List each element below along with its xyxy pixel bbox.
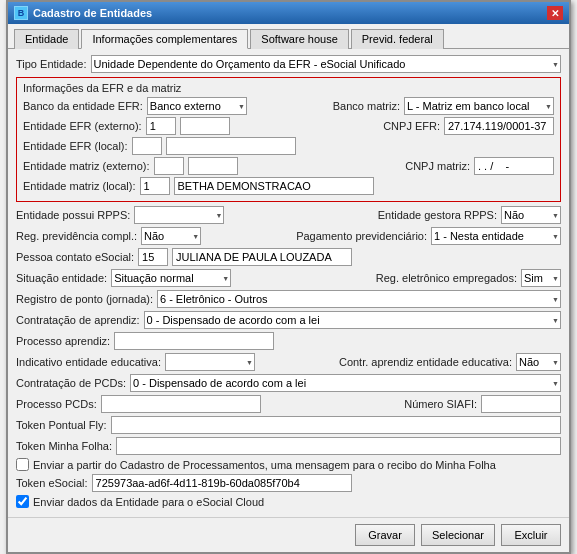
registro-ponto-row: Registro de ponto (jornada): 6 - Eletrôn… xyxy=(16,290,561,308)
banco-matrix-wrapper[interactable]: L - Matriz em banco local xyxy=(404,97,554,115)
tipo-entidade-row: Tipo Entidade: Unidade Dependente do Orç… xyxy=(16,55,561,73)
enviar-cloud-label: Enviar dados da Entidade para o eSocial … xyxy=(33,496,264,508)
token-minha-folha-input[interactable] xyxy=(116,437,561,455)
reg-eletronico-wrapper[interactable]: Sim xyxy=(521,269,561,287)
processo-pcd-row: Processo PCDs: Número SIAFI: xyxy=(16,395,561,413)
entidade-rpps-label: Entidade possui RPPS: xyxy=(16,209,130,221)
entidade-efr-local-label: Entidade EFR (local): xyxy=(23,140,128,152)
token-minha-folha-row: Token Minha Folha: xyxy=(16,437,561,455)
token-pontual-input[interactable] xyxy=(111,416,562,434)
reg-prev-select[interactable]: Não xyxy=(141,227,201,245)
token-esocial-row: Token eSocial: xyxy=(16,474,561,492)
tipo-entidade-label: Tipo Entidade: xyxy=(16,58,87,70)
situacao-select[interactable]: Situação normal xyxy=(111,269,231,287)
enviar-cloud-checkbox[interactable] xyxy=(16,495,29,508)
contr-aprendiz-select[interactable]: Não xyxy=(516,353,561,371)
tab-software-house[interactable]: Software house xyxy=(250,29,348,49)
efr-matrix-ext-row: Entidade matriz (externo): CNPJ matriz: xyxy=(23,157,554,175)
numero-siafi-input[interactable] xyxy=(481,395,561,413)
efr-entidade-row: Entidade EFR (externo): CNPJ EFR: xyxy=(23,117,554,135)
entidade-efr-ext-input2[interactable] xyxy=(180,117,230,135)
bottom-buttons: Gravar Selecionar Excluir xyxy=(8,517,569,552)
banco-efr-wrapper[interactable]: Banco externo xyxy=(147,97,247,115)
reg-eletronico-label: Reg. eletrônico empregados: xyxy=(376,272,517,284)
processo-aprendiz-row: Processo aprendiz: xyxy=(16,332,561,350)
window-title: Cadastro de Entidades xyxy=(33,7,152,19)
entidade-efr-ext-label: Entidade EFR (externo): xyxy=(23,120,142,132)
registro-ponto-wrapper[interactable]: 6 - Eletrônico - Outros xyxy=(157,290,561,308)
tab-previd-federal[interactable]: Previd. federal xyxy=(351,29,444,49)
reg-eletronico-select[interactable]: Sim xyxy=(521,269,561,287)
indicativo-row: Indicativo entidade educativa: Contr. ap… xyxy=(16,353,561,371)
excluir-button[interactable]: Excluir xyxy=(501,524,561,546)
banco-matrix-select[interactable]: L - Matriz em banco local xyxy=(404,97,554,115)
entidade-efr-local-input2[interactable] xyxy=(166,137,296,155)
efr-banco-row: Banco da entidade EFR: Banco externo Ban… xyxy=(23,97,554,115)
registro-ponto-label: Registro de ponto (jornada): xyxy=(16,293,153,305)
contratacao-pcd-row: Contratação de PCDs: 0 - Dispensado de a… xyxy=(16,374,561,392)
app-icon: B xyxy=(14,6,28,20)
main-content: Tipo Entidade: Unidade Dependente do Orç… xyxy=(8,49,569,517)
tab-info-complementares[interactable]: Informações complementares xyxy=(81,29,248,49)
pagamento-prev-label: Pagamento previdenciário: xyxy=(296,230,427,242)
pagamento-prev-select[interactable]: 1 - Nesta entidade xyxy=(431,227,561,245)
cnpj-matrix-label: CNPJ matriz: xyxy=(405,160,470,172)
contratacao-aprendiz-row: Contratação de aprendiz: 0 - Dispensado … xyxy=(16,311,561,329)
main-window: B Cadastro de Entidades ✕ Entidade Infor… xyxy=(6,0,571,554)
tipo-entidade-select[interactable]: Unidade Dependente do Orçamento da EFR -… xyxy=(91,55,561,73)
cnpj-efr-input[interactable] xyxy=(444,117,554,135)
gestora-rpps-wrapper[interactable]: Não xyxy=(501,206,561,224)
banco-matrix-label: Banco matriz: xyxy=(333,100,400,112)
token-pontual-label: Token Pontual Fly: xyxy=(16,419,107,431)
situacao-row: Situação entidade: Situação normal Reg. … xyxy=(16,269,561,287)
entidade-matrix-ext-input2[interactable] xyxy=(188,157,238,175)
contratacao-pcd-wrapper[interactable]: 0 - Dispensado de acordo com a lei xyxy=(130,374,561,392)
cnpj-matrix-input[interactable] xyxy=(474,157,554,175)
efr-local-row: Entidade EFR (local): xyxy=(23,137,554,155)
enviar-checkbox[interactable] xyxy=(16,458,29,471)
contratacao-pcd-select[interactable]: 0 - Dispensado de acordo com a lei xyxy=(130,374,561,392)
entidade-efr-ext-input[interactable] xyxy=(146,117,176,135)
entidade-efr-local-input[interactable] xyxy=(132,137,162,155)
registro-ponto-select[interactable]: 6 - Eletrônico - Outros xyxy=(157,290,561,308)
reg-prev-label: Reg. previdência compl.: xyxy=(16,230,137,242)
pagamento-prev-wrapper[interactable]: 1 - Nesta entidade xyxy=(431,227,561,245)
gestora-rpps-select[interactable]: Não xyxy=(501,206,561,224)
enviar-checkbox-label: Enviar a partir do Cadastro de Processam… xyxy=(33,459,496,471)
entidade-rpps-wrapper[interactable] xyxy=(134,206,224,224)
enviar-cloud-row: Enviar dados da Entidade para o eSocial … xyxy=(16,495,561,508)
token-esocial-label: Token eSocial: xyxy=(16,477,88,489)
token-esocial-input[interactable] xyxy=(92,474,352,492)
indicativo-wrapper[interactable] xyxy=(165,353,255,371)
entidade-matrix-local-num[interactable] xyxy=(140,177,170,195)
banco-efr-select[interactable]: Banco externo xyxy=(147,97,247,115)
selecionar-button[interactable]: Selecionar xyxy=(421,524,495,546)
contr-aprendiz-label: Contr. aprendiz entidade educativa: xyxy=(339,356,512,368)
contr-aprendiz-wrapper[interactable]: Não xyxy=(516,353,561,371)
processo-pcd-label: Processo PCDs: xyxy=(16,398,97,410)
entidade-matrix-local-label: Entidade matriz (local): xyxy=(23,180,136,192)
processo-aprendiz-input[interactable] xyxy=(114,332,274,350)
close-button[interactable]: ✕ xyxy=(547,6,563,20)
contratacao-aprendiz-label: Contratação de aprendiz: xyxy=(16,314,140,326)
tab-bar: Entidade Informações complementares Soft… xyxy=(8,24,569,49)
indicativo-select[interactable] xyxy=(165,353,255,371)
pessoa-contato-name[interactable] xyxy=(172,248,352,266)
processo-pcd-input[interactable] xyxy=(101,395,261,413)
token-pontual-row: Token Pontual Fly: xyxy=(16,416,561,434)
entidade-matrix-ext-input[interactable] xyxy=(154,157,184,175)
situacao-wrapper[interactable]: Situação normal xyxy=(111,269,231,287)
gravar-button[interactable]: Gravar xyxy=(355,524,415,546)
reg-prev-wrapper[interactable]: Não xyxy=(141,227,201,245)
entidade-matrix-local-name[interactable] xyxy=(174,177,374,195)
tab-entidade[interactable]: Entidade xyxy=(14,29,79,49)
entidade-rpps-select[interactable] xyxy=(134,206,224,224)
pessoa-contato-num[interactable] xyxy=(138,248,168,266)
situacao-label: Situação entidade: xyxy=(16,272,107,284)
contratacao-aprendiz-wrapper[interactable]: 0 - Dispensado de acordo com a lei xyxy=(144,311,561,329)
contratacao-pcd-label: Contratação de PCDs: xyxy=(16,377,126,389)
tipo-entidade-wrapper[interactable]: Unidade Dependente do Orçamento da EFR -… xyxy=(91,55,561,73)
rpps-row: Entidade possui RPPS: Entidade gestora R… xyxy=(16,206,561,224)
reg-prev-row: Reg. previdência compl.: Não Pagamento p… xyxy=(16,227,561,245)
contratacao-aprendiz-select[interactable]: 0 - Dispensado de acordo com a lei xyxy=(144,311,561,329)
